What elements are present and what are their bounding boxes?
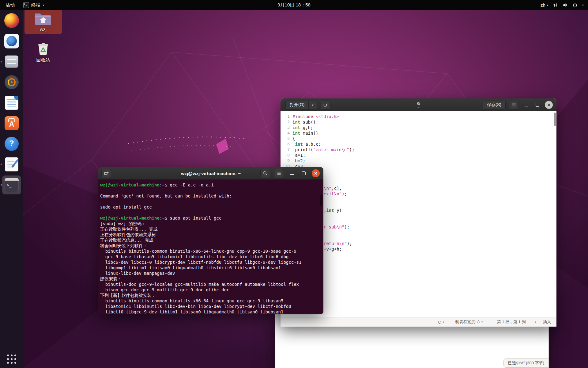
running-indicator-dot: [1, 184, 2, 186]
minimize-button[interactable]: [522, 101, 530, 109]
close-button[interactable]: ×: [312, 169, 320, 177]
dock-items: [2, 11, 21, 194]
input-method-indicator[interactable]: zh ▾: [541, 2, 548, 8]
firefox-icon: [4, 13, 19, 28]
files-selection-status: 已选中“a” (300 字节): [503, 358, 548, 368]
desktop-icons: wzj 回收站: [24, 9, 62, 66]
terminal-icon: [5, 178, 19, 192]
language-label: C: [438, 320, 441, 324]
gedit-scrollbar-thumb[interactable]: [554, 113, 556, 126]
terminal-line: bison gcc-doc gcc-9-multilib gcc-9-doc g…: [100, 287, 323, 293]
language-selector[interactable]: C▾: [438, 320, 444, 324]
activities-button[interactable]: 活动: [0, 0, 20, 10]
thunderbird-icon: [4, 34, 19, 48]
terminal-line: 正在读取状态信息... 完成: [100, 237, 323, 243]
dock-item-ubuntu-software[interactable]: [2, 114, 21, 132]
close-icon: ×: [547, 102, 550, 108]
help-icon: [5, 137, 19, 151]
minimize-button[interactable]: [288, 169, 296, 177]
home-folder-icon: [34, 11, 52, 25]
open-button[interactable]: 打开(O): [285, 101, 309, 109]
terminal-line: libgomp1 libitm1 liblsan0 libquadmath0 l…: [100, 265, 323, 270]
dock-item-libreoffice-writer[interactable]: [2, 94, 21, 112]
terminal-line: linux-libc-dev manpages-dev: [100, 270, 323, 276]
tab-new-icon: [323, 102, 328, 107]
save-button[interactable]: 保存(S): [483, 101, 506, 109]
document-path: ~: [417, 106, 420, 109]
running-indicator-dot: [1, 61, 2, 63]
search-button[interactable]: [260, 169, 270, 178]
code-line: 4int main(): [281, 130, 556, 136]
input-method-label: zh: [541, 2, 545, 8]
terminal-window: wzj@wzj-virtual-machine: ~ × wzj@wzj-vir…: [98, 167, 323, 314]
dock-item-text-editor[interactable]: [2, 155, 21, 174]
search-icon: [263, 171, 268, 176]
terminal-line: 正在读取软件包列表... 完成: [100, 226, 323, 232]
code-line-fragment: \n",c);: [324, 186, 342, 191]
terminal-new-tab-button[interactable]: [101, 169, 111, 178]
terminal-screen[interactable]: wzj@wzj-virtual-machine:~$ gcc -E a.c -o…: [98, 180, 323, 314]
dock-item-help[interactable]: [2, 135, 21, 153]
clock-button[interactable]: 9月10日 18：58: [277, 0, 311, 10]
menu-button[interactable]: [509, 101, 519, 109]
desktop-icon-label: 回收站: [36, 57, 50, 63]
show-applications-button[interactable]: [7, 355, 16, 364]
dock-item-thunderbird[interactable]: [2, 32, 21, 50]
terminal-line: [100, 199, 323, 204]
terminal-output: wzj@wzj-virtual-machine:~$ gcc -E a.c -o…: [100, 182, 323, 314]
insert-mode-toggle[interactable]: 插入: [543, 319, 551, 325]
terminal-line: wzj@wzj-virtual-machine:~$ sudo apt inst…: [100, 215, 323, 221]
top-bar: 活动 终端 ▾ 9月10日 18：58 zh ▾: [0, 0, 588, 10]
system-menu[interactable]: zh ▾ ▾: [541, 0, 588, 10]
terminal-line: 正在分析软件包的依赖关系树: [100, 232, 323, 237]
dock-item-terminal[interactable]: [2, 176, 21, 194]
desktop-icon-label: wzj: [40, 27, 47, 32]
network-icon: [553, 2, 558, 8]
app-menu[interactable]: 终端 ▾: [20, 0, 47, 10]
chevron-down-icon: ▾: [547, 3, 548, 7]
open-dropdown-button[interactable]: ▾: [309, 101, 317, 109]
files-icon: [5, 56, 18, 68]
chevron-down-icon: ▾: [582, 3, 584, 7]
dock: [0, 10, 23, 368]
terminal-line: libc6-dev libcc1-0 libcrypt-dev libctf-n…: [100, 259, 323, 265]
hamburger-icon: [511, 102, 516, 107]
close-button[interactable]: ×: [545, 101, 553, 109]
terminal-line: libatomic1 libbinutils libc-dev-bin libc…: [100, 304, 323, 309]
terminal-menu-button[interactable]: [274, 169, 284, 178]
app-menu-label: 终端: [31, 2, 40, 8]
tab-width-selector[interactable]: 制表符宽度: 8▾: [455, 319, 483, 325]
maximize-button[interactable]: [300, 169, 308, 177]
text-editor-icon: [5, 157, 18, 171]
hamburger-icon: [277, 171, 281, 176]
statusbar-dropdown[interactable]: ▾: [535, 320, 536, 324]
dock-item-firefox[interactable]: [2, 11, 21, 30]
dock-item-rhythmbox[interactable]: [2, 73, 21, 91]
terminal-line: gcc-9-base libasan5 libatomic1 libbinuti…: [100, 254, 323, 259]
maximize-button[interactable]: [533, 101, 541, 109]
gedit-titlebar[interactable]: 打开(O) ▾ a ~ 保存(S) ×: [281, 98, 556, 112]
terminal-line: sudo apt install gcc: [100, 204, 323, 210]
terminal-line: 将会同时安装下列软件：: [100, 243, 323, 248]
gedit-title-block: a ~: [417, 101, 420, 109]
terminal-titlebar[interactable]: wzj@wzj-virtual-machine: ~ ×: [98, 167, 323, 180]
desktop-icon-home-folder[interactable]: wzj: [24, 9, 62, 34]
desktop-icon-trash[interactable]: 回收站: [24, 39, 62, 66]
ubuntu-software-icon: [5, 116, 19, 130]
new-tab-button[interactable]: [321, 101, 330, 109]
terminal-line: binutils binutils-common binutils-x86-64…: [100, 298, 323, 304]
cursor-position-label: 第 1 行，第 1 列: [497, 319, 526, 325]
volume-icon: [563, 2, 568, 8]
terminal-line: libctf0 libgcc-9-dev libitm1 liblsan0 li…: [100, 309, 323, 314]
cursor-position[interactable]: 第 1 行，第 1 列: [497, 319, 526, 325]
terminal-line: binutils-doc gcc-9-locales gcc-multilib …: [100, 282, 323, 287]
libreoffice-writer-icon: [5, 96, 18, 110]
terminal-line: binutils binutils-common binutils-x86-64…: [100, 248, 323, 254]
dock-item-files[interactable]: [2, 52, 21, 71]
rhythmbox-icon: [5, 75, 19, 89]
terminal-line: [100, 210, 323, 215]
terminal-scrollbar-thumb[interactable]: [320, 194, 322, 206]
gedit-lines: 1#include <stdio.h>2int sub();3int g,h;4…: [281, 111, 556, 169]
chevron-down-icon: ▾: [43, 3, 44, 7]
terminal-line: wzj@wzj-virtual-machine:~$ gcc -E a.c -o…: [100, 182, 323, 188]
